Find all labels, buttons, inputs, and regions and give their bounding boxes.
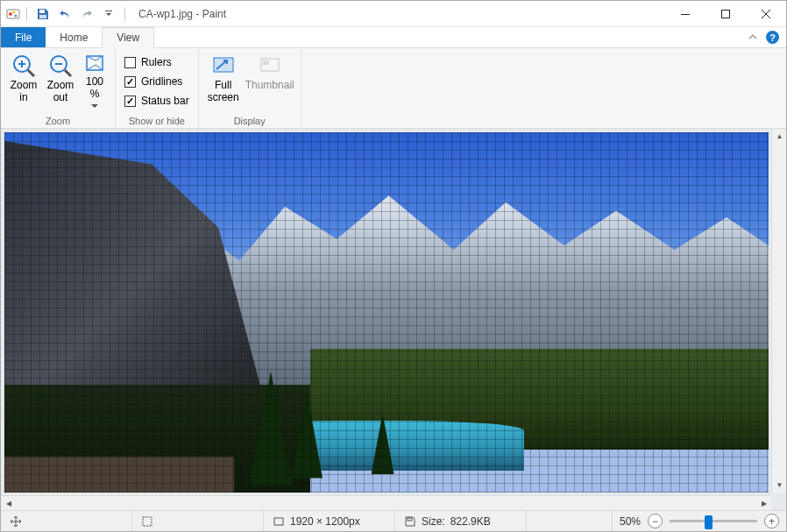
statusbar: 1920 × 1200px Size: 822.9KB 50% − + xyxy=(1,510,786,531)
customize-qat-button[interactable] xyxy=(99,4,118,24)
checkbox-icon xyxy=(124,76,136,88)
image-canvas[interactable] xyxy=(4,132,769,493)
group-label-zoom: Zoom xyxy=(6,114,110,128)
svg-rect-19 xyxy=(263,60,269,65)
ribbon: Zoom in Zoom out 100 % Zoom Rulers Gridl… xyxy=(1,48,786,129)
zoom-controls: 50% − + xyxy=(612,511,786,531)
group-label-display: Display xyxy=(204,114,295,128)
scroll-right-button[interactable]: ▶ xyxy=(756,496,771,510)
quick-access-toolbar: CA-wp1.jpg - Paint xyxy=(1,4,226,24)
svg-line-10 xyxy=(28,70,34,76)
svg-line-14 xyxy=(65,70,71,76)
redo-button[interactable] xyxy=(77,4,96,24)
tab-home[interactable]: Home xyxy=(46,27,102,47)
vertical-scrollbar[interactable]: ▲ ▼ xyxy=(771,129,786,493)
cursor-position-cell xyxy=(1,511,132,531)
ribbon-group-zoom: Zoom in Zoom out 100 % Zoom xyxy=(1,48,116,128)
window-controls xyxy=(665,1,786,27)
size-label: Size: xyxy=(422,515,445,528)
help-button[interactable]: ? xyxy=(766,31,779,44)
rulers-label: Rulers xyxy=(141,56,172,68)
tab-file[interactable]: File xyxy=(1,27,46,47)
selection-size-icon xyxy=(141,515,153,528)
tab-view[interactable]: View xyxy=(102,27,154,48)
image-dimensions-cell: 1920 × 1200px xyxy=(264,511,395,531)
zoom-slider[interactable] xyxy=(670,520,757,522)
paint-app-icon xyxy=(6,7,20,21)
canvas-area: ▲ ▼ ◀ ▶ xyxy=(1,129,786,510)
svg-rect-20 xyxy=(143,517,152,526)
svg-rect-7 xyxy=(681,14,690,15)
ribbon-group-display: Full screen Thumbnail Display xyxy=(199,48,301,128)
svg-rect-22 xyxy=(408,518,412,521)
checkbox-icon xyxy=(124,57,136,68)
zoom-in-button[interactable]: Zoom in xyxy=(6,50,41,104)
full-screen-button[interactable]: Full screen xyxy=(204,50,243,104)
zoom-percentage: 50% xyxy=(620,515,641,528)
svg-point-2 xyxy=(13,11,16,13)
file-size-cell: Size: 822.9KB xyxy=(395,511,527,531)
zoom-plus-button[interactable]: + xyxy=(764,514,779,528)
svg-rect-21 xyxy=(274,518,283,525)
statusbar-checkbox[interactable]: Status bar xyxy=(121,92,193,110)
separator xyxy=(26,7,27,21)
statusbar-label: Status bar xyxy=(141,95,189,107)
checkbox-icon xyxy=(124,96,136,107)
close-button[interactable] xyxy=(746,1,786,27)
disk-icon xyxy=(404,515,416,528)
ribbon-tabstrip: File Home View ? xyxy=(1,27,786,48)
save-button[interactable] xyxy=(33,4,53,24)
cursor-position-icon xyxy=(10,515,22,528)
thumbnail-label: Thumbnail xyxy=(245,80,294,92)
zoom-100-button[interactable]: 100 % xyxy=(80,50,110,108)
maximize-button[interactable] xyxy=(705,1,746,27)
horizontal-scrollbar[interactable]: ◀ ▶ xyxy=(1,495,771,510)
gridlines-checkbox[interactable]: Gridlines xyxy=(121,73,186,90)
zoom-minus-button[interactable]: − xyxy=(648,514,663,528)
dimensions-value: 1920 × 1200px xyxy=(290,515,360,528)
size-value: 822.9KB xyxy=(450,515,491,528)
scroll-left-button[interactable]: ◀ xyxy=(1,496,16,510)
full-screen-label: Full screen xyxy=(208,80,239,104)
undo-button[interactable] xyxy=(55,4,74,24)
rulers-checkbox[interactable]: Rulers xyxy=(121,53,175,71)
zoom-in-label: Zoom in xyxy=(11,80,38,104)
group-label-show-hide: Show or hide xyxy=(121,114,193,128)
minimize-button[interactable] xyxy=(665,1,705,27)
zoom-out-label: Zoom out xyxy=(47,80,74,104)
ribbon-group-show-hide: Rulers Gridlines Status bar Show or hide xyxy=(116,48,199,128)
zoom-100-label: 100 % xyxy=(86,76,103,101)
scroll-track[interactable] xyxy=(16,496,756,510)
image-content xyxy=(4,132,769,493)
selection-size-cell xyxy=(132,511,264,531)
svg-rect-5 xyxy=(39,15,46,18)
window-title: CA-wp1.jpg - Paint xyxy=(138,8,226,20)
scroll-track[interactable] xyxy=(772,144,786,478)
collapse-ribbon-button[interactable] xyxy=(748,33,757,42)
svg-point-1 xyxy=(9,12,12,16)
svg-rect-6 xyxy=(105,11,112,11)
separator xyxy=(124,7,125,21)
svg-rect-8 xyxy=(722,10,730,18)
titlebar: CA-wp1.jpg - Paint xyxy=(1,1,786,27)
gridlines-label: Gridlines xyxy=(141,75,182,88)
thumbnail-button: Thumbnail xyxy=(245,50,295,92)
svg-point-3 xyxy=(15,14,18,17)
dimensions-icon xyxy=(273,515,285,528)
scroll-down-button[interactable]: ▼ xyxy=(772,478,786,493)
zoom-slider-thumb[interactable] xyxy=(705,515,713,529)
scroll-up-button[interactable]: ▲ xyxy=(772,129,786,144)
zoom-out-button[interactable]: Zoom out xyxy=(43,50,78,104)
svg-rect-4 xyxy=(39,10,45,13)
